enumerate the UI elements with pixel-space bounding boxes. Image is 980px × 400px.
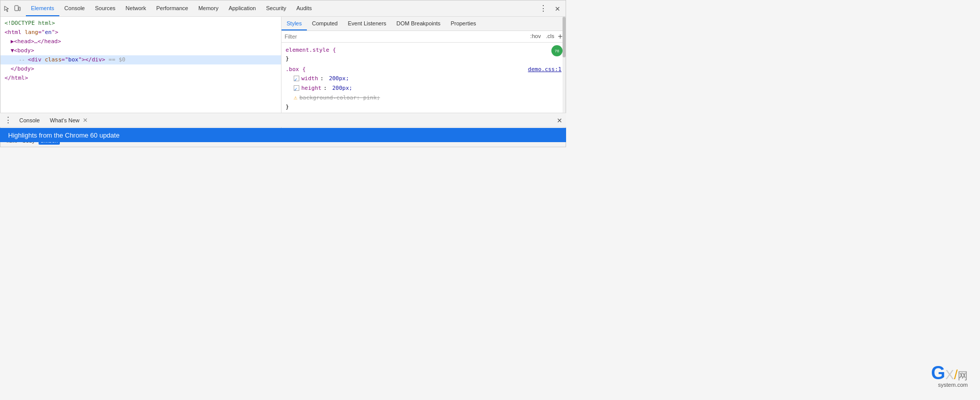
- bottom-drawer: ⋮ Console What's New ✕ ✕: [0, 113, 566, 127]
- lang-attr: lang: [25, 29, 39, 36]
- bg-color-prop: ⚠ background-coloar: pink;: [286, 93, 562, 103]
- watermark-slash: /: [954, 367, 958, 382]
- selected-marker: --: [19, 57, 28, 62]
- body-close-tag: </body>: [11, 65, 34, 72]
- tab-memory[interactable]: Memory: [193, 1, 224, 16]
- tab-performance[interactable]: Performance: [151, 1, 193, 16]
- drawer-console-label: Console: [19, 117, 40, 123]
- doctype-text: <!DOCTYPE html>: [5, 20, 55, 26]
- element-style-selector: element.style {: [286, 47, 336, 53]
- height-name: height: [301, 84, 322, 92]
- svg-rect-1: [19, 7, 20, 11]
- filter-actions: :hov .cls +: [529, 32, 563, 41]
- drawer-close-button[interactable]: ✕: [555, 115, 564, 125]
- bg-color-text: background-coloar: pink;: [299, 93, 380, 102]
- html-line-html-close: </html>: [1, 74, 281, 83]
- box-selector: .box {: [286, 66, 306, 73]
- dollar-zero: == $0: [105, 56, 125, 63]
- div-tag: <div: [28, 56, 45, 63]
- head-tag: ▶<head>…</head>: [11, 38, 61, 45]
- styles-tab-dom-breakpoints[interactable]: DOM Breakpoints: [392, 17, 446, 30]
- cls-button[interactable]: .cls: [544, 32, 556, 41]
- styles-filter-input[interactable]: [285, 34, 529, 40]
- watermark: GX/网 system.com: [931, 362, 968, 388]
- drawer-tab-console[interactable]: Console: [14, 113, 45, 127]
- styles-tab-styles[interactable]: Styles: [282, 17, 307, 30]
- error-icon: ⚠: [294, 93, 297, 102]
- class-attr: class: [45, 56, 61, 63]
- box-rule: .box { demo.css:1 width: 200px; height: …: [282, 64, 566, 112]
- html-line-body-open: ▼<body>: [1, 46, 281, 55]
- width-prop: width: 200px;: [286, 74, 562, 83]
- toolbar-end: ⋮ ✕: [537, 3, 564, 15]
- html-line-html: <html lang="en">: [1, 28, 281, 37]
- lang-value: en: [45, 29, 52, 36]
- body-open-tag: ▼<body>: [11, 47, 34, 54]
- drawer-whats-new-label: What's New: [50, 117, 79, 123]
- watermark-logo: GX/网: [931, 362, 968, 384]
- drawer-more-button[interactable]: ⋮: [2, 115, 14, 125]
- tab-audits[interactable]: Audits: [291, 1, 317, 16]
- highlight-bar: Highlights from the Chrome 60 update: [0, 128, 566, 142]
- html-tag: <html: [5, 29, 25, 36]
- tab-console[interactable]: Console: [59, 1, 90, 16]
- devtools-tabs: Elements Console Sources Network Perform…: [26, 1, 537, 16]
- html-line-body-close: </body>: [1, 64, 281, 74]
- styles-tabs: Styles Computed Event Listeners DOM Brea…: [282, 17, 566, 31]
- element-style-rule: element.style { }: [282, 45, 566, 64]
- device-icon[interactable]: [13, 4, 22, 13]
- watermark-wang: 网: [958, 370, 968, 381]
- height-value: 200px;: [332, 84, 353, 92]
- class-value: box: [68, 56, 79, 63]
- highlight-text: Highlights from the Chrome 60 update: [8, 131, 120, 139]
- height-checkbox[interactable]: [294, 85, 299, 91]
- html-line-doctype: <!DOCTYPE html>: [1, 19, 281, 28]
- height-prop: height: 200px;: [286, 83, 562, 93]
- tab-network[interactable]: Network: [121, 1, 151, 16]
- tab-sources[interactable]: Sources: [90, 1, 120, 16]
- add-rule-button[interactable]: +: [558, 32, 563, 41]
- drawer-tab-whats-new[interactable]: What's New ✕: [45, 113, 92, 127]
- tab-application[interactable]: Application: [224, 1, 261, 16]
- tab-elements[interactable]: Elements: [26, 1, 59, 16]
- tab-security[interactable]: Security: [261, 1, 291, 16]
- box-rule-close: }: [286, 104, 289, 110]
- box-source[interactable]: demo.css:1: [528, 65, 562, 74]
- cursor-icon[interactable]: [3, 4, 12, 13]
- watermark-g: G: [931, 362, 945, 383]
- watermark-xi: X: [945, 367, 954, 382]
- styles-tab-event-listeners[interactable]: Event Listeners: [343, 17, 392, 30]
- drawer-tabs-bar: ⋮ Console What's New ✕ ✕: [0, 113, 566, 127]
- close-devtools-button[interactable]: ✕: [551, 3, 564, 15]
- hov-button[interactable]: :hov: [529, 32, 542, 41]
- html-close-tag: </html>: [5, 75, 28, 81]
- element-style-close: }: [286, 55, 289, 62]
- toolbar-icons: [3, 4, 22, 13]
- width-value: 200px;: [329, 74, 349, 83]
- width-name: width: [301, 74, 318, 83]
- styles-tab-properties[interactable]: Properties: [445, 17, 481, 30]
- devtools-toolbar: Elements Console Sources Network Perform…: [1, 1, 566, 17]
- svg-rect-0: [15, 6, 18, 11]
- styles-filter-bar: :hov .cls +: [282, 31, 566, 43]
- html-line-div-selected[interactable]: -- <div class="box"></div> == $0: [1, 55, 281, 64]
- styles-tab-computed[interactable]: Computed: [307, 17, 343, 30]
- width-checkbox[interactable]: [294, 76, 299, 81]
- scroll-thumb[interactable]: [563, 17, 566, 57]
- html-line-head: ▶<head>…</head>: [1, 37, 281, 46]
- more-options-button[interactable]: ⋮: [537, 3, 549, 15]
- drawer-whats-new-close[interactable]: ✕: [83, 117, 88, 124]
